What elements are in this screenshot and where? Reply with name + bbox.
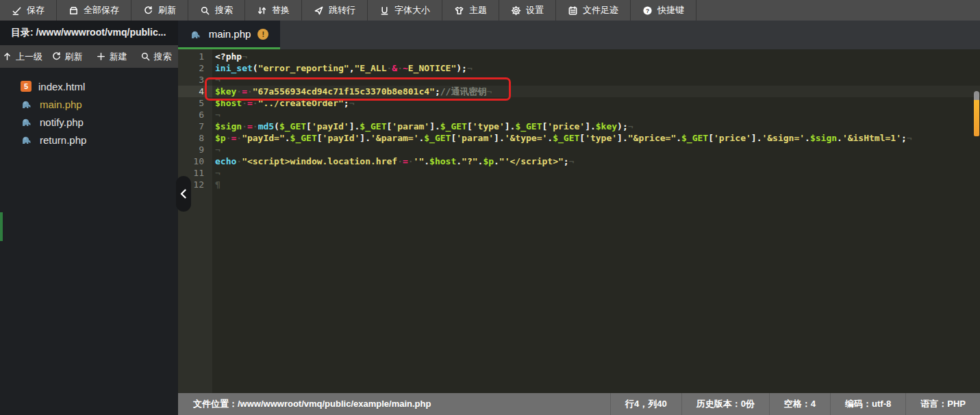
font-size-button[interactable]: 字体大小 [368,0,442,21]
code-token: ; [344,98,349,108]
code-token: . [285,133,290,143]
code-token: ]. [360,133,370,143]
tab-main-php[interactable]: main.php ! [178,21,280,49]
code-token: $_GET [290,133,317,143]
status-cursor-position: 行4，列40 [610,393,681,415]
code-token: [ [579,133,585,143]
code-line: 8$p·=·"payId=".$_GET['payId'].'&param='.… [178,132,980,144]
toolbar-item-label: 字体大小 [394,4,430,16]
search-button[interactable]: 搜索 [188,0,245,21]
line-number: 3 [178,74,212,86]
file-item-index.html[interactable]: 5index.html [0,77,178,95]
toolbar-item-label: 保存 [27,4,45,16]
code-token: $key [596,121,617,131]
help-icon: ? [642,5,653,16]
plus-icon [96,51,106,62]
code-token: · [236,133,242,143]
toolbar-item-label: 刷新 [158,4,176,16]
sidebar-search-button[interactable]: 搜索 [134,45,178,68]
code-token: ( [253,63,258,73]
code-token: ]. [429,121,440,131]
refresh-button[interactable]: 刷新 [131,0,188,21]
code-token: [ [306,121,312,131]
code-token: $_GET [360,121,386,131]
toolbar-item-label: 全部保存 [84,4,119,16]
code-line-content: ¶ [212,179,221,190]
save-button[interactable]: 保存 [0,0,57,21]
file-item-main.php[interactable]: main.php [0,95,178,113]
code-token: ~ [403,63,408,73]
code-editor[interactable]: 1<?php¬2ini_set("error_reporting","E_ALL… [178,49,980,393]
editor-scrollbar[interactable] [974,91,979,136]
sidebar-refresh-button[interactable]: 刷新 [45,45,89,68]
code-line-content: $p·=·"payId=".$_GET['payId'].'&param='.$… [212,132,912,144]
code-token: ; [435,86,440,97]
hotkeys-button[interactable]: ?快捷键 [631,0,696,21]
php-icon [21,99,33,109]
warning-icon: ! [257,29,268,40]
replace-button[interactable]: 替换 [245,0,302,21]
code-token: = [403,156,408,166]
code-token: //通讯密钥 [440,86,487,97]
code-token: $_GET [681,133,708,143]
code-token: $sign [215,121,242,131]
code-line: 12¶ [178,179,980,190]
status-encoding[interactable]: 编码：utf-8 [830,393,905,415]
file-history-icon [568,5,578,16]
editor-window: 保存全部保存刷新搜索替换跳转行字体大小主题设置文件足迹?快捷键 目录: /www… [0,0,980,415]
file-item-notify.php[interactable]: notify.php [0,113,178,131]
file-item-return.php[interactable]: return.php [0,131,178,149]
sidebar-action-label: 搜索 [154,51,172,63]
code-line: 4$key·=·"67a556934cd94c71f15c3370b8e801c… [178,86,980,97]
file-name: return.php [40,134,86,146]
code-line: 11¬ [178,167,980,179]
code-line-content: echo·"<script>window.location.href·=·'".… [212,155,574,167]
font-size-icon [379,5,390,16]
code-token: <?php [215,51,242,62]
code-token: ]. [494,133,505,143]
theme-button[interactable]: 主题 [442,0,499,21]
code-token: E_NOTICE" [408,63,456,73]
settings-icon [511,5,521,16]
code-token: $_GET [515,121,542,131]
code-token: 'param' [456,133,494,143]
code-token: · [253,98,258,108]
save-all-button[interactable]: 全部保存 [57,0,131,21]
toolbar-item-label: 替换 [272,4,290,16]
theme-icon [454,5,464,16]
goto-line-button[interactable]: 跳转行 [302,0,368,21]
code-token: [ [317,133,323,143]
code-line-content: ¬ [212,144,221,155]
code-token: '&type=' [505,133,548,143]
status-language[interactable]: 语言：PHP [905,393,980,415]
code-token: $host [429,156,456,166]
code-token: . [494,156,499,166]
code-token: '&param=' [370,133,418,143]
status-history-versions[interactable]: 历史版本：0份 [681,393,769,415]
code-token: ); [456,63,467,73]
code-token: . [837,133,842,143]
code-line: 9¬ [178,144,980,155]
sidebar-collapse-handle[interactable] [176,176,191,212]
code-line: 5$host·=·"../createOrder";¬ [178,97,980,109]
file-name: index.html [38,81,85,92]
sidebar-up-level-button[interactable]: 上一级 [0,45,45,68]
file-footprint-button[interactable]: 文件足迹 [556,0,631,21]
code-token: ); [617,121,628,131]
status-tab-spaces[interactable]: 空格：4 [769,393,830,415]
top-toolbar: 保存全部保存刷新搜索替换跳转行字体大小主题设置文件足迹?快捷键 [0,0,980,21]
sidebar-new-file-button[interactable]: 新建 [89,45,134,68]
sidebar-action-label: 新建 [110,51,127,63]
code-token: $_GET [279,121,306,131]
sidebar-scroll-indicator [0,212,3,241]
settings-button[interactable]: 设置 [499,0,556,21]
code-line-content: ini_set("error_reporting","E_ALL·&·~E_NO… [212,62,473,74]
code-line-content: <?php¬ [212,51,247,62]
scrollbar-thumb[interactable] [974,91,979,100]
code-token: $key [215,86,236,97]
toolbar-item-label: 文件足迹 [583,4,618,16]
code-token: $_GET [553,133,579,143]
search-icon [200,5,210,16]
php-icon [21,117,33,127]
code-token: 'price' [547,121,585,131]
